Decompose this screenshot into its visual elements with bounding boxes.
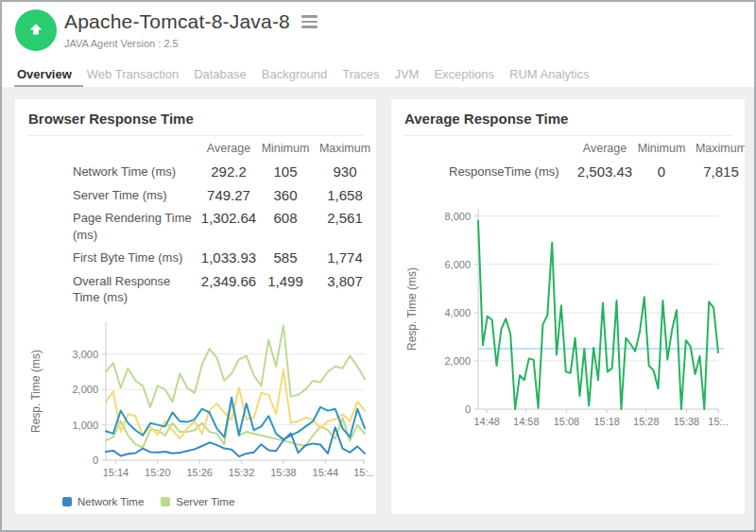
metric-average: 749.27	[198, 187, 259, 203]
tab-database[interactable]: Database	[194, 67, 247, 81]
metric-maximum: 1,774	[312, 249, 376, 266]
agent-version-label: JAVA Agent Version : 2.5	[64, 38, 319, 49]
col-minimum: Minimum	[259, 142, 312, 155]
legend-item-network-time[interactable]: Network Time	[62, 496, 144, 507]
col-maximum: Maximum	[688, 142, 745, 155]
col-maximum: Maximum	[312, 142, 376, 155]
metric-average: 2,349.66	[198, 273, 259, 289]
svg-text:6,000: 6,000	[444, 258, 471, 269]
app-window: Apache-Tomcat-8-Java-8 JAVA Agent Versio…	[0, 0, 756, 532]
metric-label: Overall Response Time (ms)	[28, 273, 198, 306]
svg-text:2,000: 2,000	[72, 384, 98, 395]
chart-legend: Network Time Server Time Page Rendering …	[62, 496, 363, 514]
metric-minimum: 585	[259, 249, 312, 266]
svg-text:15:44: 15:44	[313, 467, 339, 478]
browser-response-time-panel: Browser Response Time Average Minimum Ma…	[15, 99, 376, 514]
app-header: Apache-Tomcat-8-Java-8 JAVA Agent Versio…	[2, 2, 754, 60]
metric-minimum: 608	[259, 210, 312, 226]
svg-text:15:38: 15:38	[674, 416, 700, 427]
tab-traces[interactable]: Traces	[342, 67, 379, 81]
divider	[28, 135, 363, 136]
svg-text:15:..: 15:..	[708, 416, 728, 427]
divider	[404, 135, 731, 136]
svg-text:Resp. Time (ms): Resp. Time (ms)	[29, 350, 43, 433]
tab-rum-analytics[interactable]: RUM Analytics	[509, 67, 590, 81]
svg-text:15:38: 15:38	[270, 467, 297, 478]
metric-maximum: 930	[312, 163, 376, 180]
average-response-table: Average Minimum Maximum ResponseTime (ms…	[404, 142, 745, 180]
average-response-time-panel: Average Response Time Average Minimum Ma…	[391, 99, 745, 514]
up-arrow-glyph	[26, 21, 45, 40]
tab-exceptions[interactable]: Exceptions	[434, 67, 494, 81]
svg-text:15:..: 15:..	[353, 467, 373, 478]
table-header-row: Average Minimum Maximum	[404, 142, 745, 155]
browser-response-table: Average Minimum Maximum Network Time (ms…	[28, 142, 376, 306]
tab-web-transaction[interactable]: Web Transaction	[87, 67, 179, 81]
svg-text:15:08: 15:08	[554, 416, 580, 427]
tab-bar: Overview Web Transaction Database Backgr…	[2, 60, 754, 87]
legend-item-server-time[interactable]: Server Time	[161, 496, 234, 507]
svg-text:0: 0	[93, 455, 98, 466]
svg-text:15:28: 15:28	[633, 416, 660, 427]
svg-text:15:20: 15:20	[145, 467, 171, 478]
metric-minimum: 1,499	[259, 273, 312, 289]
legend-swatch	[161, 497, 170, 506]
average-response-chart-area: 02,0004,0006,0008,00014:4814:5815:0815:1…	[404, 194, 731, 445]
metric-minimum: 360	[259, 187, 312, 203]
metric-label: Server Time (ms)	[28, 187, 198, 204]
page-title: Apache-Tomcat-8-Java-8	[64, 10, 290, 33]
hamburger-menu-icon[interactable]	[300, 13, 319, 30]
svg-text:15:18: 15:18	[593, 416, 620, 427]
svg-text:2,000: 2,000	[444, 354, 471, 366]
metric-maximum: 1,658	[312, 187, 376, 203]
table-row: Page Rendering Time (ms) 1,302.64 608 2,…	[28, 210, 376, 243]
col-average: Average	[575, 142, 635, 155]
metric-maximum: 2,561	[312, 210, 376, 226]
legend-swatch	[62, 497, 72, 506]
metric-maximum: 3,807	[312, 273, 376, 289]
average-response-chart[interactable]: 02,0004,0006,0008,00014:4814:5815:0815:1…	[404, 194, 731, 441]
panel-title: Average Response Time	[404, 111, 731, 127]
svg-text:14:48: 14:48	[473, 416, 500, 427]
metric-average: 1,033.93	[198, 249, 259, 266]
svg-text:3,000: 3,000	[72, 349, 98, 360]
tab-overview[interactable]: Overview	[17, 67, 72, 81]
table-row: First Byte Time (ms) 1,033.93 585 1,774	[28, 249, 376, 266]
metric-label: Page Rendering Time (ms)	[28, 210, 198, 243]
browser-response-chart[interactable]: 01,0002,0003,00015:1415:2015:2615:3215:3…	[28, 313, 376, 489]
metric-label: First Byte Time (ms)	[28, 249, 198, 266]
svg-text:15:14: 15:14	[103, 467, 129, 478]
title-block: Apache-Tomcat-8-Java-8 JAVA Agent Versio…	[64, 10, 319, 49]
table-header-row: Average Minimum Maximum	[28, 142, 376, 155]
col-minimum: Minimum	[635, 142, 688, 155]
panel-title: Browser Response Time	[28, 111, 363, 127]
metric-average: 292.2	[198, 163, 259, 180]
metric-label: Network Time (ms)	[28, 163, 198, 180]
tab-background[interactable]: Background	[262, 67, 327, 81]
svg-text:14:58: 14:58	[513, 416, 540, 427]
svg-text:1,000: 1,000	[72, 419, 98, 430]
svg-text:15:32: 15:32	[229, 467, 255, 478]
table-row: Network Time (ms) 292.2 105 930	[28, 163, 376, 180]
browser-response-chart-area: 01,0002,0003,00015:1415:2015:2615:3215:3…	[28, 313, 363, 492]
svg-text:0: 0	[465, 403, 471, 415]
metric-minimum: 105	[259, 163, 312, 180]
svg-text:8,000: 8,000	[444, 210, 471, 221]
metric-minimum: 0	[635, 163, 688, 180]
tab-jvm[interactable]: JVM	[394, 67, 419, 81]
metric-average: 2,503.43	[575, 163, 635, 180]
dashboard-content: Browser Response Time Average Minimum Ma…	[2, 87, 754, 530]
table-row: ResponseTime (ms) 2,503.43 0 7,815	[404, 163, 745, 180]
table-row: Overall Response Time (ms) 2,349.66 1,49…	[28, 273, 376, 306]
svg-text:Resp. Time (ms): Resp. Time (ms)	[405, 267, 419, 351]
svg-text:4,000: 4,000	[444, 306, 471, 317]
col-average: Average	[198, 142, 259, 155]
metric-label: ResponseTime (ms)	[404, 163, 575, 180]
table-row: Server Time (ms) 749.27 360 1,658	[28, 187, 376, 204]
metric-average: 1,302.64	[198, 210, 259, 226]
status-up-icon	[15, 9, 57, 51]
metric-maximum: 7,815	[688, 163, 745, 180]
svg-text:15:26: 15:26	[186, 467, 213, 478]
